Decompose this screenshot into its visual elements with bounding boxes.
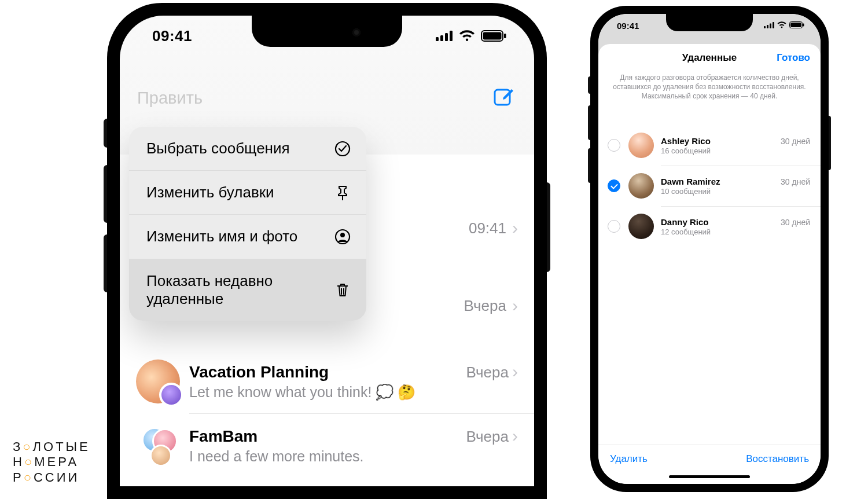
deleted-list: Ashley Rico30 дней 16 сообщений Dawn Ram… [598, 125, 821, 247]
deleted-row[interactable]: Ashley Rico30 дней 16 сообщений [598, 125, 821, 166]
hw-button [588, 76, 590, 94]
hw-button [104, 234, 107, 292]
svg-point-11 [340, 233, 345, 237]
menu-edit-name-photo[interactable]: Изменить имя и фото [129, 214, 366, 258]
recover-button[interactable]: Восстановить [746, 453, 809, 465]
cellular-icon [436, 31, 453, 41]
chat-time: Вчера [466, 428, 509, 446]
chat-row[interactable]: FamBam Вчера › I need a few more minutes… [120, 413, 534, 478]
deleted-row[interactable]: Dawn Ramirez30 дней 10 сообщений [598, 166, 821, 206]
wifi-icon [459, 30, 475, 42]
done-button[interactable]: Готово [777, 52, 810, 64]
contact-name: Dawn Ramirez [661, 177, 720, 186]
contact-name: Ashley Rico [661, 136, 711, 146]
chat-name: FamBam [189, 427, 466, 446]
svg-rect-7 [495, 90, 510, 105]
days-left: 30 дней [781, 218, 810, 227]
svg-rect-14 [764, 26, 766, 28]
deleted-sheet: Удаленные Готово Для каждого разговора о… [598, 44, 821, 484]
select-radio[interactable] [608, 179, 620, 192]
edit-menu: Выбрать сообщения Изменить булавки Измен… [129, 127, 366, 321]
home-indicator[interactable] [669, 475, 750, 478]
phone-left: 09:41 Править 09:41 › [107, 3, 547, 499]
battery-icon [789, 20, 804, 31]
hw-button [588, 148, 590, 183]
statusbar-right [764, 20, 804, 31]
menu-show-recently-deleted[interactable]: Показать недавно удаленные [129, 259, 366, 321]
chevron-right-icon: › [512, 362, 518, 381]
delete-button[interactable]: Удалить [610, 453, 648, 465]
message-count: 12 сообщений [661, 228, 810, 236]
svg-rect-15 [767, 25, 768, 28]
page-title: Удаленные [682, 52, 737, 63]
sheet-header: Удаленные Готово [598, 52, 821, 64]
statusbar-right [436, 30, 506, 42]
chat-row-peek[interactable]: 09:41 › [469, 218, 518, 238]
menu-edit-pins[interactable]: Изменить булавки [129, 170, 366, 214]
chat-name: Vacation Planning [189, 363, 466, 381]
select-radio[interactable] [608, 220, 620, 233]
brand-logo: З○ЛОТЫЕ Н○МЕРА Р○ССИИ [13, 439, 90, 485]
sheet-description: Для каждого разговора отображается колич… [609, 73, 810, 101]
svg-rect-1 [440, 35, 443, 41]
svg-rect-5 [483, 32, 502, 40]
hw-button [829, 116, 831, 170]
phone-right: 09:41 Удаленные Готово Для каждого разго… [590, 6, 829, 492]
edit-button[interactable]: Править [137, 89, 203, 108]
statusbar-time: 09:41 [617, 21, 639, 31]
cellular-icon [764, 20, 774, 31]
menu-label: Выбрать сообщения [146, 140, 334, 157]
chat-time: Вчера [466, 364, 509, 381]
chat-row[interactable]: Vacation Planning Вчера › Let me know wh… [120, 349, 534, 413]
battery-icon [481, 30, 506, 42]
chat-preview: I need a few more minutes. [189, 448, 518, 465]
avatar [628, 214, 654, 239]
trash-icon [334, 281, 351, 299]
compose-button[interactable] [492, 85, 516, 111]
chat-row-peek[interactable]: Вчера › [464, 296, 518, 315]
wifi-icon [777, 20, 786, 31]
chevron-right-icon: › [512, 296, 518, 315]
statusbar-time: 09:41 [152, 27, 192, 45]
person-circle-icon [334, 228, 351, 245]
logo-accent-icon: ○ [24, 470, 34, 485]
hw-button [547, 182, 550, 272]
svg-rect-19 [790, 23, 801, 27]
svg-rect-3 [450, 31, 453, 41]
notch [252, 16, 402, 47]
screen-right: 09:41 Удаленные Готово Для каждого разго… [598, 14, 821, 484]
chat-preview: Let me know what you think! 💭 🤔 [189, 384, 518, 401]
menu-select-messages[interactable]: Выбрать сообщения [129, 127, 366, 170]
hw-button [104, 165, 107, 223]
pin-icon [334, 184, 351, 201]
select-radio[interactable] [608, 139, 620, 152]
deleted-row[interactable]: Danny Rico30 дней 12 сообщений [598, 206, 821, 247]
avatar [136, 359, 180, 403]
days-left: 30 дней [781, 177, 810, 186]
hw-button [104, 119, 107, 148]
chat-time: Вчера [464, 297, 506, 315]
days-left: 30 дней [781, 137, 810, 146]
avatar [628, 173, 654, 199]
svg-point-8 [336, 142, 350, 156]
hw-button [588, 105, 590, 140]
menu-label: Изменить имя и фото [146, 228, 334, 245]
chevron-right-icon: › [512, 218, 518, 238]
contact-name: Danny Rico [661, 217, 709, 227]
navbar: Править [120, 85, 534, 111]
avatar [136, 424, 180, 468]
svg-rect-20 [803, 24, 804, 27]
statusbar: 09:41 [598, 14, 821, 37]
logo-accent-icon: ○ [23, 439, 32, 454]
logo-accent-icon: ○ [24, 454, 34, 469]
screen-left: 09:41 Править 09:41 › [120, 16, 534, 486]
chat-list: Vacation Planning Вчера › Let me know wh… [120, 349, 534, 478]
svg-rect-16 [770, 24, 771, 29]
chat-time: 09:41 [469, 219, 506, 237]
menu-label: Изменить булавки [146, 184, 334, 201]
svg-rect-6 [504, 34, 506, 38]
check-circle-icon [334, 140, 351, 157]
menu-label: Показать недавно удаленные [146, 272, 334, 308]
message-count: 16 сообщений [661, 146, 810, 155]
svg-rect-17 [773, 22, 774, 28]
